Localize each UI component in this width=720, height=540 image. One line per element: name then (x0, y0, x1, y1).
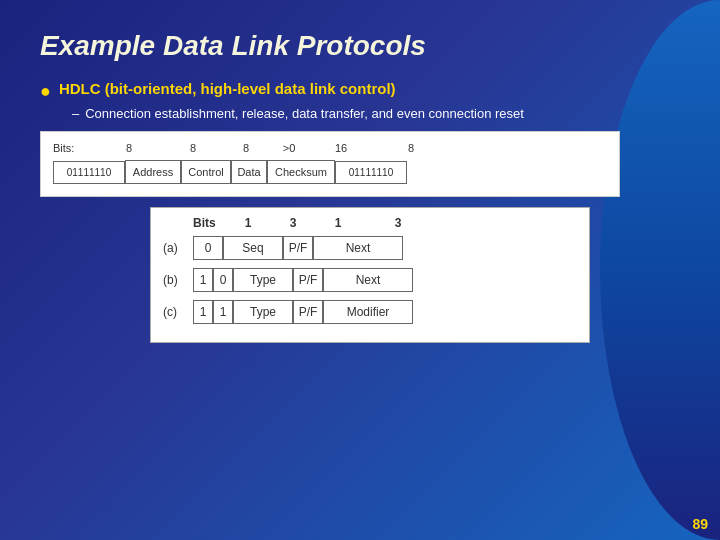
row-c-c1b: 1 (213, 300, 233, 324)
frame-cells: 01111110 Address Control Data Checksum 0… (53, 160, 607, 184)
bit-width-3: 8 (221, 142, 271, 154)
bottom-frame-table: Bits 1 3 1 3 (a) 0 Seq P/F Next (b) 1 0 … (150, 207, 590, 343)
row-label-a: (a) (163, 241, 193, 255)
frame-cell-flag1: 01111110 (53, 161, 125, 184)
header-col1: 1 (233, 216, 263, 230)
bit-width-4: >0 (271, 142, 307, 154)
slide: Example Data Link Protocols ● HDLC (bit-… (0, 0, 720, 540)
row-a-c4: Next (313, 236, 403, 260)
header-col1b: 1 (323, 216, 353, 230)
header-col3b: 3 (353, 216, 443, 230)
page-number: 89 (692, 516, 708, 532)
main-bullet-text: HDLC (bit-oriented, high-level data link… (59, 80, 396, 97)
frame-cell-control: Control (181, 160, 231, 184)
bits-label: Bits: (53, 142, 81, 154)
frame-cell-address: Address (125, 160, 181, 184)
table-row-b: (b) 1 0 Type P/F Next (163, 268, 577, 292)
header-col3a: 3 (263, 216, 323, 230)
top-frame-diagram: Bits: 8 8 8 >0 16 8 01111110 Address Con… (40, 131, 620, 197)
bit-width-5: 16 (307, 142, 375, 154)
bits-row: Bits: 8 8 8 >0 16 8 (53, 142, 607, 154)
bullet-icon: ● (40, 81, 51, 102)
table-header: Bits 1 3 1 3 (163, 216, 577, 230)
frame-cell-checksum: Checksum (267, 160, 335, 184)
bit-width-1: 8 (93, 142, 165, 154)
sub-dash-icon: – (72, 106, 79, 121)
table-row-c: (c) 1 1 Type P/F Modifier (163, 300, 577, 324)
bit-width-6: 8 (375, 142, 447, 154)
main-bullet: ● HDLC (bit-oriented, high-level data li… (40, 80, 650, 102)
row-c-c1: 1 (193, 300, 213, 324)
row-c-c4: Modifier (323, 300, 413, 324)
sub-bullet-text: Connection establishment, release, data … (85, 106, 524, 121)
row-c-c2: Type (233, 300, 293, 324)
table-row-a: (a) 0 Seq P/F Next (163, 236, 577, 260)
row-a-c2: Seq (223, 236, 283, 260)
row-b-c3: P/F (293, 268, 323, 292)
row-label-b: (b) (163, 273, 193, 287)
row-c-c3: P/F (293, 300, 323, 324)
frame-cell-flag2: 01111110 (335, 161, 407, 184)
row-b-c1b: 0 (213, 268, 233, 292)
slide-title: Example Data Link Protocols (40, 30, 650, 62)
header-bits: Bits (193, 216, 233, 230)
row-b-c4: Next (323, 268, 413, 292)
slide-content: Example Data Link Protocols ● HDLC (bit-… (0, 0, 680, 540)
row-a-c3: P/F (283, 236, 313, 260)
row-label-c: (c) (163, 305, 193, 319)
row-a-c1: 0 (193, 236, 223, 260)
row-b-c2: Type (233, 268, 293, 292)
row-b-c1: 1 (193, 268, 213, 292)
frame-cell-data: Data (231, 160, 267, 184)
sub-bullet: – Connection establishment, release, dat… (72, 106, 650, 121)
bit-width-2: 8 (165, 142, 221, 154)
